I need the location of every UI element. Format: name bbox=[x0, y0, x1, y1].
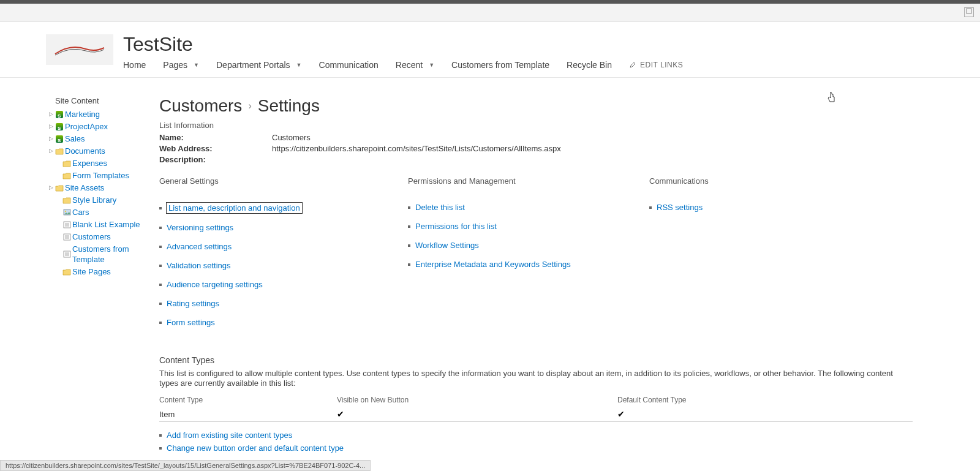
folder-icon bbox=[62, 268, 71, 276]
sharepoint-site-icon bbox=[55, 110, 64, 119]
quick-launch-link[interactable]: Blank List Example bbox=[72, 219, 140, 230]
nav-recycle-bin[interactable]: Recycle Bin bbox=[567, 60, 612, 70]
quick-launch-link[interactable]: Cars bbox=[72, 207, 89, 217]
quick-launch-item[interactable]: Cars bbox=[55, 207, 159, 217]
svg-rect-0 bbox=[967, 9, 971, 13]
focus-content-button[interactable] bbox=[964, 7, 974, 17]
quick-launch-link[interactable]: Customers from Template bbox=[72, 244, 159, 265]
quick-launch-item[interactable]: ▷Sales bbox=[55, 134, 159, 144]
content-type-action-row: Change new button order and default cont… bbox=[159, 443, 913, 453]
nav-department-portals[interactable]: Department Portals▼ bbox=[216, 60, 302, 70]
ct-col-default: Default Content Type bbox=[617, 396, 913, 407]
quick-launch-item[interactable]: Customers from Template bbox=[55, 244, 159, 265]
general-settings-header: General Settings bbox=[159, 176, 408, 186]
quick-launch-link[interactable]: Sales bbox=[65, 134, 85, 144]
bullet-icon bbox=[159, 207, 162, 209]
setting-link[interactable]: Versioning settings bbox=[167, 223, 233, 232]
folder-icon bbox=[62, 171, 71, 180]
tree-expand-icon[interactable]: ▷ bbox=[49, 109, 53, 119]
quick-launch-item[interactable]: Expenses bbox=[55, 158, 159, 168]
setting-link-row: Audience targeting settings bbox=[159, 280, 408, 289]
site-header: TestSite Home Pages▼ Department Portals▼… bbox=[0, 22, 980, 78]
quick-launch-link[interactable]: Expenses bbox=[72, 158, 107, 168]
tree-expand-icon[interactable]: ▷ bbox=[49, 121, 53, 132]
check-icon: ✔ bbox=[337, 409, 344, 419]
quick-launch-header: Site Content bbox=[55, 96, 159, 105]
setting-link[interactable]: RSS settings bbox=[657, 203, 703, 212]
ribbon-area bbox=[0, 4, 980, 22]
quick-launch-link[interactable]: Style Library bbox=[72, 195, 116, 205]
info-name-label: Name: bbox=[159, 132, 272, 143]
logo-swoosh-icon bbox=[52, 40, 107, 59]
breadcrumb-current: Settings bbox=[258, 96, 320, 116]
content-types-table: Content Type Visible on New Button Defau… bbox=[159, 396, 913, 422]
edit-links-button[interactable]: EDIT LINKS bbox=[629, 61, 683, 69]
quick-launch-link[interactable]: Customers bbox=[72, 232, 111, 242]
setting-link[interactable]: Advanced settings bbox=[167, 242, 232, 251]
tree-expand-icon[interactable]: ▷ bbox=[49, 146, 53, 156]
setting-link[interactable]: Delete this list bbox=[415, 203, 465, 212]
quick-launch-item[interactable]: ▷Site Assets bbox=[55, 183, 159, 193]
quick-launch-link[interactable]: Site Pages bbox=[72, 266, 111, 277]
quick-launch-item[interactable]: ▷Marketing bbox=[55, 109, 159, 119]
breadcrumb-parent[interactable]: Customers bbox=[159, 96, 242, 116]
folder-icon bbox=[55, 147, 64, 156]
setting-link-row: Delete this list bbox=[408, 203, 649, 212]
tree-expand-icon[interactable]: ▷ bbox=[49, 134, 53, 144]
quick-launch-item[interactable]: ▷ProjectApex bbox=[55, 121, 159, 132]
bullet-icon bbox=[408, 263, 410, 266]
nav-recent[interactable]: Recent▼ bbox=[396, 60, 434, 70]
quick-launch-link[interactable]: Form Templates bbox=[72, 170, 129, 181]
quick-launch-link[interactable]: Site Assets bbox=[65, 183, 104, 193]
sharepoint-site-icon bbox=[55, 135, 64, 143]
setting-link[interactable]: Rating settings bbox=[167, 299, 219, 308]
info-web-value: https://citizenbuilders.sharepoint.com/s… bbox=[272, 143, 561, 154]
bullet-icon bbox=[159, 447, 162, 450]
setting-link[interactable]: Enterprise Metadata and Keywords Setting… bbox=[415, 260, 571, 269]
quick-launch-item[interactable]: ▷Documents bbox=[55, 146, 159, 156]
setting-link[interactable]: Validation settings bbox=[167, 261, 231, 270]
quick-launch-link[interactable]: ProjectApex bbox=[65, 121, 108, 132]
list-info-header: List Information bbox=[159, 121, 913, 130]
sharepoint-site-icon bbox=[55, 122, 64, 131]
bullet-icon bbox=[159, 434, 162, 437]
chevron-right-icon: › bbox=[248, 100, 251, 111]
site-title[interactable]: TestSite bbox=[123, 34, 683, 54]
nav-communication[interactable]: Communication bbox=[319, 60, 379, 70]
setting-link[interactable]: Permissions for this list bbox=[415, 222, 497, 231]
bullet-icon bbox=[408, 206, 410, 209]
site-logo[interactable] bbox=[46, 34, 113, 65]
content-type-action-link[interactable]: Change new button order and default cont… bbox=[167, 443, 344, 453]
nav-pages[interactable]: Pages▼ bbox=[163, 60, 199, 70]
nav-home[interactable]: Home bbox=[123, 60, 146, 70]
quick-launch-link[interactable]: Marketing bbox=[65, 109, 100, 119]
setting-link-row: Permissions for this list bbox=[408, 222, 649, 231]
bullet-icon bbox=[159, 265, 162, 267]
setting-link-row: List name, description and navigation bbox=[159, 203, 408, 213]
nav-customers-from-template[interactable]: Customers from Template bbox=[451, 60, 549, 70]
bullet-icon bbox=[159, 322, 162, 324]
setting-link[interactable]: Audience targeting settings bbox=[167, 280, 263, 289]
bullet-icon bbox=[159, 227, 162, 229]
tree-expand-icon[interactable]: ▷ bbox=[49, 183, 53, 193]
folder-icon bbox=[62, 196, 71, 205]
quick-launch-item[interactable]: Form Templates bbox=[55, 170, 159, 181]
setting-link[interactable]: List name, description and navigation bbox=[167, 203, 302, 213]
quick-launch-item[interactable]: Blank List Example bbox=[55, 219, 159, 230]
breadcrumb: Customers › Settings bbox=[159, 96, 913, 116]
setting-link-row: Enterprise Metadata and Keywords Setting… bbox=[408, 260, 649, 269]
quick-launch-link[interactable]: Documents bbox=[65, 146, 105, 156]
quick-launch-item[interactable]: Site Pages bbox=[55, 266, 159, 277]
quick-launch-item[interactable]: Style Library bbox=[55, 195, 159, 205]
setting-link-row: Validation settings bbox=[159, 261, 408, 270]
list-info-table: Name: Customers Web Address: https://cit… bbox=[159, 132, 913, 165]
bullet-icon bbox=[159, 246, 162, 248]
setting-link[interactable]: Workflow Settings bbox=[415, 241, 479, 250]
setting-link[interactable]: Form settings bbox=[167, 318, 215, 327]
content-type-name[interactable]: Item bbox=[159, 410, 175, 419]
folder-icon bbox=[55, 184, 64, 192]
ct-col-visible: Visible on New Button bbox=[337, 396, 617, 407]
svg-point-2 bbox=[65, 211, 66, 212]
content-type-action-link[interactable]: Add from existing site content types bbox=[167, 431, 292, 440]
quick-launch-item[interactable]: Customers bbox=[55, 232, 159, 242]
